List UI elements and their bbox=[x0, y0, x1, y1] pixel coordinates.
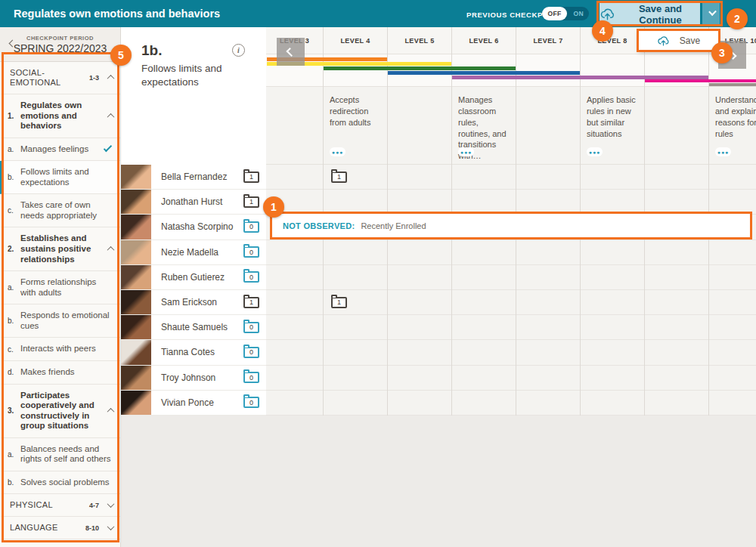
rating-cell[interactable] bbox=[324, 366, 387, 391]
rating-cell[interactable] bbox=[452, 165, 516, 190]
documentation-folder-icon[interactable]: 0 bbox=[243, 322, 259, 333]
rating-cell[interactable] bbox=[266, 366, 323, 391]
documentation-folder-icon[interactable]: 1 bbox=[331, 172, 347, 183]
rating-cell[interactable]: 1 bbox=[324, 165, 387, 190]
rating-cell[interactable] bbox=[581, 240, 644, 265]
rating-cell[interactable] bbox=[266, 290, 323, 315]
rating-cell[interactable] bbox=[516, 165, 580, 190]
rating-cell[interactable] bbox=[388, 190, 451, 215]
sidebar-objective[interactable]: 1. Regulates own emotions and behaviors bbox=[0, 94, 120, 138]
rating-cell[interactable] bbox=[709, 391, 756, 416]
rating-cell[interactable] bbox=[266, 165, 323, 190]
rating-cell[interactable] bbox=[388, 391, 451, 416]
rating-cell[interactable] bbox=[388, 366, 451, 391]
rating-cell[interactable] bbox=[452, 366, 516, 391]
rating-cell[interactable] bbox=[645, 190, 708, 215]
rating-cell[interactable] bbox=[645, 290, 708, 315]
rating-cell[interactable] bbox=[645, 366, 708, 391]
sidebar-dimension[interactable]: c. Interacts with peers bbox=[0, 338, 120, 361]
rating-cell[interactable] bbox=[388, 240, 451, 265]
sidebar-dimension[interactable]: d. Makes friends bbox=[0, 361, 120, 385]
documentation-folder-icon[interactable]: 0 bbox=[243, 372, 259, 383]
rating-cell[interactable] bbox=[452, 340, 516, 365]
checkpoint-period-header[interactable]: CHECKPOINT PERIOD SPRING 2022/2023 bbox=[0, 27, 120, 62]
previous-checkpoints-toggle[interactable]: OFF ON bbox=[542, 7, 589, 20]
sidebar-dimension[interactable]: c. Takes care of own needs appropriately bbox=[0, 194, 120, 227]
more-icon[interactable]: ●●● bbox=[458, 147, 474, 156]
rating-cell[interactable] bbox=[452, 391, 516, 416]
rating-cell[interactable] bbox=[645, 240, 708, 265]
rating-cell[interactable] bbox=[581, 165, 644, 190]
rating-cell[interactable] bbox=[266, 315, 323, 340]
rating-cell[interactable] bbox=[516, 265, 580, 290]
sidebar-objective[interactable]: 3. Participates cooperatively and constr… bbox=[0, 385, 120, 438]
sidebar-dimension[interactable]: b. Follows limits and expectations bbox=[0, 161, 120, 194]
rating-cell[interactable] bbox=[581, 190, 644, 215]
rating-cell[interactable] bbox=[645, 391, 708, 416]
documentation-folder-icon[interactable]: 1 bbox=[243, 297, 259, 308]
documentation-folder-icon[interactable]: 0 bbox=[243, 347, 259, 358]
documentation-folder-icon[interactable]: 0 bbox=[243, 397, 259, 408]
rating-cell[interactable] bbox=[388, 265, 451, 290]
toggle-off-knob[interactable]: OFF bbox=[542, 7, 567, 20]
rating-cell[interactable] bbox=[709, 340, 756, 365]
documentation-folder-icon[interactable]: 1 bbox=[243, 172, 259, 183]
rating-cell[interactable] bbox=[516, 190, 580, 215]
rating-cell[interactable] bbox=[581, 265, 644, 290]
rating-cell[interactable]: 1 bbox=[324, 290, 387, 315]
more-icon[interactable]: ●●● bbox=[715, 147, 731, 156]
rating-cell[interactable] bbox=[452, 265, 516, 290]
sidebar-dimension[interactable]: a. Manages feelings bbox=[0, 138, 120, 162]
rating-cell[interactable] bbox=[266, 240, 323, 265]
rating-cell[interactable] bbox=[516, 290, 580, 315]
documentation-folder-icon[interactable]: 1 bbox=[243, 196, 259, 208]
rating-cell[interactable] bbox=[581, 340, 644, 365]
rating-cell[interactable] bbox=[709, 315, 756, 340]
rating-cell[interactable] bbox=[516, 391, 580, 416]
rating-cell[interactable] bbox=[709, 240, 756, 265]
sidebar-section-social-emotional[interactable]: SOCIAL-EMOTIONAL 1-3 bbox=[0, 62, 120, 94]
rating-cell[interactable] bbox=[452, 190, 516, 215]
save-options-dropdown-button[interactable] bbox=[702, 3, 720, 25]
rating-cell[interactable] bbox=[324, 190, 387, 215]
rating-cell[interactable] bbox=[324, 265, 387, 290]
sidebar-dimension[interactable]: a. Balances needs and rights of self and… bbox=[0, 438, 120, 471]
sidebar-objective[interactable]: 2. Establishes and sustains positive rel… bbox=[0, 227, 120, 271]
rating-cell[interactable] bbox=[709, 165, 756, 190]
sidebar-dimension[interactable]: b. Responds to emotional cues bbox=[0, 304, 120, 338]
rating-cell[interactable] bbox=[709, 265, 756, 290]
rating-cell[interactable] bbox=[645, 165, 708, 190]
sidebar-dimension[interactable]: b. Solves social problems bbox=[0, 471, 120, 495]
rating-cell[interactable] bbox=[581, 391, 644, 416]
rating-cell[interactable] bbox=[709, 366, 756, 391]
rating-cell[interactable] bbox=[452, 290, 516, 315]
rating-cell[interactable] bbox=[581, 290, 644, 315]
rating-cell[interactable] bbox=[388, 290, 451, 315]
rating-cell[interactable] bbox=[388, 165, 451, 190]
scroll-left-button[interactable] bbox=[277, 38, 305, 66]
rating-cell[interactable] bbox=[266, 391, 323, 416]
rating-cell[interactable] bbox=[645, 340, 708, 365]
info-icon[interactable]: i bbox=[232, 44, 245, 57]
documentation-folder-icon[interactable]: 0 bbox=[243, 271, 259, 283]
sidebar-section-physical[interactable]: PHYSICAL 4-7 bbox=[0, 494, 120, 517]
rating-cell[interactable] bbox=[645, 265, 708, 290]
more-icon[interactable]: ●●● bbox=[587, 147, 603, 156]
rating-cell[interactable] bbox=[452, 240, 516, 265]
rating-cell[interactable] bbox=[324, 391, 387, 416]
rating-cell[interactable] bbox=[581, 366, 644, 391]
documentation-folder-icon[interactable]: 0 bbox=[243, 221, 259, 233]
more-icon[interactable]: ●●● bbox=[330, 147, 345, 156]
rating-cell[interactable] bbox=[266, 340, 323, 365]
save-menu-item[interactable]: Save bbox=[639, 31, 718, 51]
rating-cell[interactable] bbox=[645, 315, 708, 340]
rating-cell[interactable] bbox=[452, 315, 516, 340]
rating-cell[interactable] bbox=[516, 340, 580, 365]
rating-cell[interactable] bbox=[709, 290, 756, 315]
sidebar-dimension[interactable]: a. Forms relationships with adults bbox=[0, 271, 120, 304]
rating-cell[interactable] bbox=[516, 240, 580, 265]
save-and-continue-button[interactable]: Save and Continue bbox=[600, 3, 700, 25]
rating-cell[interactable] bbox=[516, 366, 580, 391]
rating-cell[interactable] bbox=[516, 315, 580, 340]
rating-cell[interactable] bbox=[709, 190, 756, 215]
